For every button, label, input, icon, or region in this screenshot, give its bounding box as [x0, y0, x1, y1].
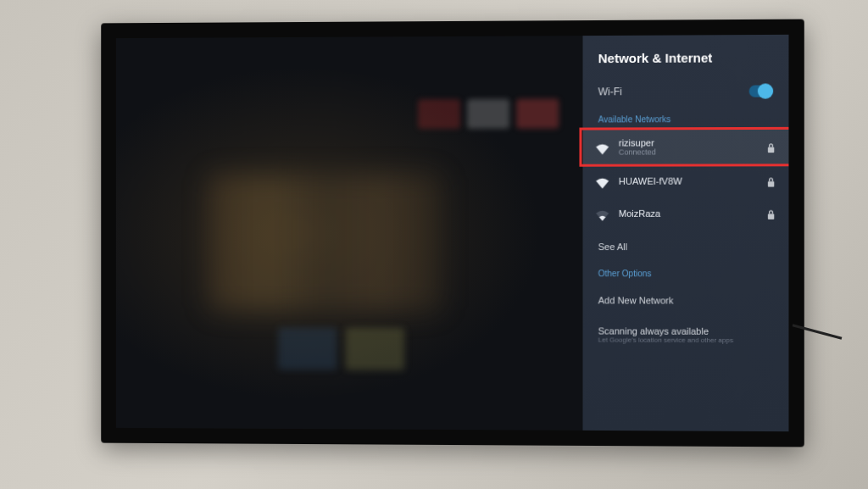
screen-reflection [209, 174, 442, 311]
svg-rect-0 [768, 147, 774, 153]
app-tile [418, 99, 460, 129]
svg-rect-1 [768, 181, 774, 186]
network-item-rizisuper[interactable]: rizisuper Connected [582, 129, 788, 165]
tv-screen: Network & Internet Wi-Fi Available Netwo… [116, 35, 789, 431]
app-tile [278, 328, 337, 370]
network-status: Connected [619, 147, 758, 156]
scanning-subtitle: Let Google's location service and other … [598, 336, 733, 344]
wifi-signal-icon [595, 206, 610, 221]
lock-icon [766, 208, 776, 219]
svg-rect-2 [768, 214, 774, 219]
add-network-button[interactable]: Add New Network [582, 283, 788, 318]
app-row-blur [418, 99, 559, 147]
home-screen-blur [116, 36, 583, 431]
other-options-label: Other Options [582, 264, 788, 283]
network-info: HUAWEI-fV8W [619, 175, 758, 186]
see-all-button[interactable]: See All [582, 230, 788, 264]
lock-icon [766, 142, 776, 152]
wifi-toggle[interactable] [749, 85, 773, 97]
scanning-row[interactable]: Scanning always available Let Google's l… [582, 317, 788, 353]
tv-frame: Network & Internet Wi-Fi Available Netwo… [101, 19, 804, 447]
network-item-moizraza[interactable]: MoizRaza [582, 197, 788, 230]
scanning-title: Scanning always available [598, 325, 733, 336]
tv-brand-logo: TCL [436, 433, 464, 443]
network-ssid: HUAWEI-fV8W [619, 175, 758, 186]
network-ssid: MoizRaza [619, 208, 758, 219]
app-tile [516, 99, 559, 129]
network-info: MoizRaza [619, 208, 758, 219]
available-networks-label: Available Networks [582, 109, 788, 130]
toggle-knob [758, 83, 773, 98]
wifi-label: Wi-Fi [598, 86, 622, 97]
bottom-app-row-blur [278, 328, 536, 371]
settings-panel: Network & Internet Wi-Fi Available Netwo… [582, 35, 788, 431]
network-ssid: rizisuper [619, 137, 758, 147]
wifi-toggle-row[interactable]: Wi-Fi [582, 78, 788, 104]
panel-title: Network & Internet [582, 50, 788, 79]
lock-icon [766, 175, 776, 186]
wifi-signal-icon [595, 140, 610, 155]
network-item-huawei[interactable]: HUAWEI-fV8W [582, 164, 788, 197]
app-tile [467, 99, 509, 129]
wifi-signal-icon [595, 174, 610, 189]
app-tile [345, 328, 404, 370]
network-info: rizisuper Connected [619, 137, 758, 157]
scanning-text: Scanning always available Let Google's l… [598, 325, 733, 344]
